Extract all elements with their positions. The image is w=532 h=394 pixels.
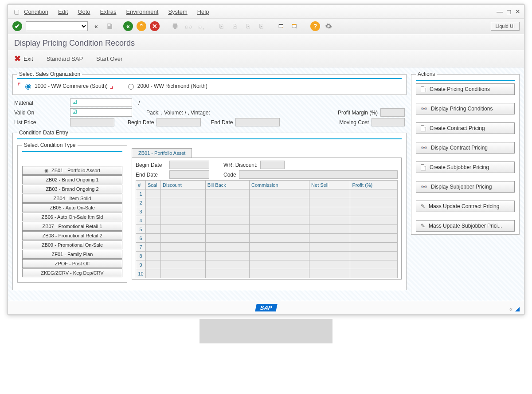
grid-col--[interactable]: # xyxy=(136,181,146,189)
settings-icon[interactable] xyxy=(324,21,333,31)
enter-icon[interactable]: ✔ xyxy=(12,21,22,31)
menu-extras[interactable]: Extras xyxy=(100,8,117,15)
app-toolbar: ✖ Exit Standard SAP Start Over xyxy=(8,50,524,67)
find-next-icon[interactable]: ⌕₊ xyxy=(197,21,207,31)
page-next-icon[interactable]: ⎘ xyxy=(243,21,253,31)
entry-begin-input[interactable] xyxy=(169,161,209,169)
material-input[interactable]: ☑ xyxy=(70,98,132,107)
menu-help[interactable]: Help xyxy=(197,8,209,15)
standard-sap-button[interactable]: Standard SAP xyxy=(47,55,83,62)
minimize-button[interactable]: — xyxy=(497,8,503,15)
menu-system[interactable]: System xyxy=(168,8,187,15)
valid-on-label: Valid On xyxy=(14,110,67,116)
action-display-contract-pricing[interactable]: 👓Display Contract Pricing xyxy=(416,142,515,154)
grid-row[interactable]: 4 xyxy=(136,216,398,225)
menu-goto[interactable]: Goto xyxy=(78,8,90,15)
menu-edit[interactable]: Edit xyxy=(58,8,68,15)
cancel-icon[interactable]: ✕ xyxy=(150,21,160,31)
grid-row[interactable]: 5 xyxy=(136,225,398,234)
help-icon[interactable]: ? xyxy=(310,21,320,31)
end-date-output xyxy=(235,118,280,126)
screen-body: Display Pricing Condition Records ✖ Exit… xyxy=(8,34,524,301)
grid-col-scal[interactable]: Scal xyxy=(146,181,161,189)
action-mass-update-contract-pricing[interactable]: ✎Mass Update Contract Pricing xyxy=(416,201,515,212)
sales-org-group: Select Sales Organization ⌜ 1000 - WW Co… xyxy=(12,71,407,95)
action-label: Display Contract Pricing xyxy=(431,145,488,151)
grid-col-commission[interactable]: Commission xyxy=(250,181,309,189)
page-first-icon[interactable]: ⎘ xyxy=(216,21,226,31)
condition-type-zb06[interactable]: ZB06 - Auto On-Sale Itm Sld xyxy=(22,213,122,221)
save-icon[interactable] xyxy=(105,21,114,31)
new-session-icon[interactable] xyxy=(277,21,286,31)
grid-row[interactable]: 7 xyxy=(136,243,398,252)
condition-type-zpof[interactable]: ZPOF - Post Off xyxy=(22,259,122,268)
action-display-pricing-conditions[interactable]: 👓Display Pricing Conditions xyxy=(416,103,515,114)
grid-col-discount[interactable]: Discount xyxy=(161,181,206,189)
material-label: Material xyxy=(14,100,67,106)
end-date-label: End Date xyxy=(211,119,233,126)
action-mass-update-subjobber-prici-[interactable]: ✎Mass Update Subjobber Prici... xyxy=(416,220,515,232)
grid-row[interactable]: 6 xyxy=(136,234,398,243)
condition-type-zb03[interactable]: ZB03 - Brand Ongoing 2 xyxy=(22,185,122,193)
condition-type-zb05[interactable]: ZB05 - Auto On-Sale xyxy=(22,203,122,212)
action-create-subjobber-pricing[interactable]: Create Subjobber Pricing xyxy=(416,162,515,173)
menu-environment[interactable]: Environment xyxy=(126,8,158,15)
action-create-pricing-conditions[interactable]: Create Pricing Conditions xyxy=(416,83,515,95)
command-field[interactable] xyxy=(26,21,88,31)
back-chevrons-icon[interactable]: « xyxy=(91,21,101,31)
menu-condition[interactable]: Condition xyxy=(24,8,48,15)
action-display-subjobber-pricing[interactable]: 👓Display Subjobber Pricing xyxy=(416,181,515,193)
condition-type-zkeg/zcrv[interactable]: ZKEG/ZCRV - Keg Dep/CRV xyxy=(22,268,122,277)
up-icon[interactable]: ⌃ xyxy=(137,21,146,31)
condition-type-zf01[interactable]: ZF01 - Family Plan xyxy=(22,250,122,259)
maximize-button[interactable]: ◻ xyxy=(506,8,512,15)
pencil-icon: ✎ xyxy=(421,203,425,209)
print-icon[interactable] xyxy=(170,21,180,31)
grid-row[interactable]: 8 xyxy=(136,252,398,260)
shortcut-icon[interactable] xyxy=(290,21,300,31)
grid-row[interactable]: 1 xyxy=(136,189,398,198)
pencil-icon: ✎ xyxy=(421,223,425,229)
valid-on-input[interactable]: ☑ xyxy=(70,108,132,117)
grid-col-bill-back[interactable]: Bill Back xyxy=(205,181,249,189)
entry-code-input[interactable] xyxy=(239,170,398,179)
expand-chevrons-icon[interactable]: « xyxy=(509,306,512,312)
grid-col-profit-[interactable]: Profit (%) xyxy=(350,181,398,189)
exit-button[interactable]: ✖ Exit xyxy=(14,54,33,63)
page-prev-icon[interactable]: ⎘ xyxy=(230,21,239,31)
page-last-icon[interactable]: ⎘ xyxy=(256,21,266,31)
exit-label: Exit xyxy=(23,55,33,62)
condition-type-zb08[interactable]: ZB08 - Promotional Retail 2 xyxy=(22,231,122,240)
sales-org-2000-label: 2000 - WW Richmond (North) xyxy=(137,83,207,89)
find-icon[interactable]: ⌕⌕ xyxy=(184,21,193,31)
sales-org-legend: Select Sales Organization xyxy=(17,71,82,77)
sales-org-2000-radio[interactable] xyxy=(128,84,134,90)
profit-margin-output xyxy=(380,108,405,117)
condition-type-zb04[interactable]: ZB04 - Item Solid xyxy=(22,194,122,203)
start-over-button[interactable]: Start Over xyxy=(96,55,122,62)
screen-title: Display Pricing Condition Records xyxy=(8,34,524,50)
condition-type-zb07[interactable]: ZB07 - Promotional Retail 1 xyxy=(22,222,122,231)
condition-type-zb01[interactable]: ZB01 - Portfolio Assort xyxy=(22,166,122,175)
entry-code-label: Code xyxy=(223,172,236,178)
sales-org-1000-radio[interactable] xyxy=(25,84,31,90)
grid-row[interactable]: 3 xyxy=(136,207,398,216)
grid-col-net-sell[interactable]: Net Sell xyxy=(309,181,350,189)
entry-wr-output xyxy=(260,161,285,169)
liquid-ui-button[interactable]: Liquid UI xyxy=(491,22,520,31)
close-button[interactable]: ✕ xyxy=(515,8,520,15)
condition-tab[interactable]: ZB01 - Portfolio Asset xyxy=(132,148,192,158)
action-create-contract-pricing[interactable]: Create Contract Pricing xyxy=(416,122,515,134)
condition-type-zb09[interactable]: ZB09 - Promotional On-Sale xyxy=(22,240,122,249)
grid-row[interactable]: 9 xyxy=(136,260,398,269)
condition-type-legend: Select Condition Type xyxy=(22,142,78,148)
resize-grip-icon[interactable] xyxy=(515,307,520,311)
grid-row[interactable]: 2 xyxy=(136,198,398,207)
action-label: Display Pricing Conditions xyxy=(431,106,493,112)
entry-end-input[interactable] xyxy=(169,170,209,179)
grid-row[interactable]: 10 xyxy=(136,269,398,278)
sales-org-1000-label: 1000 - WW Commerce (South) xyxy=(35,83,108,89)
back-icon[interactable]: « xyxy=(123,21,133,31)
condition-type-zb02[interactable]: ZB02 - Brand Ongoing 1 xyxy=(22,175,122,184)
entry-grid[interactable]: #ScalDiscountBill BackCommissionNet Sell… xyxy=(136,180,398,278)
